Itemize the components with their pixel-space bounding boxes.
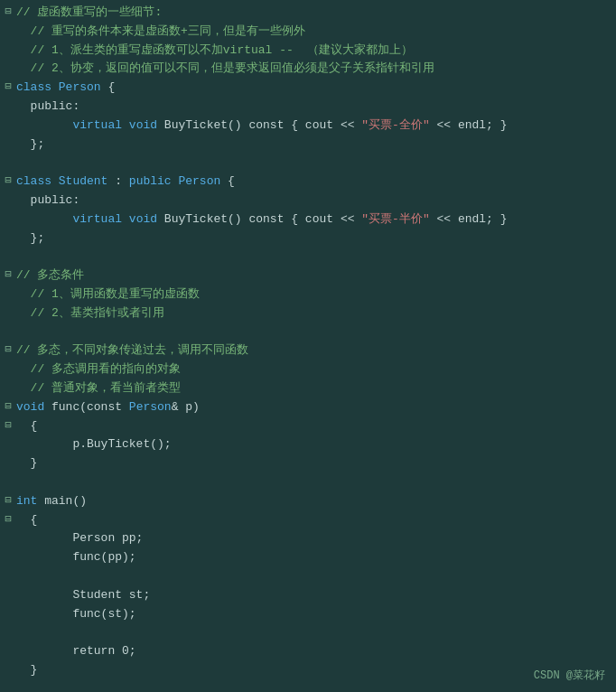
code-token: { bbox=[16, 513, 37, 527]
code-line: // 2、协变，返回的值可以不同，但是要求返回值必须是父子关系指针和引用 bbox=[0, 60, 616, 79]
code-line: // 重写的条件本来是虚函数+三同，但是有一些例外 bbox=[0, 23, 616, 42]
code-token: class bbox=[16, 80, 59, 94]
line-content: void func(const Person& p) bbox=[16, 398, 614, 417]
code-token: { bbox=[16, 419, 37, 433]
code-line: }; bbox=[0, 136, 616, 154]
code-token: func(st); bbox=[16, 607, 136, 621]
code-line: // 1、调用函数是重写的虚函数 bbox=[0, 285, 616, 304]
line-content: // 多态条件 bbox=[16, 267, 614, 285]
line-content: class Person { bbox=[16, 79, 614, 98]
code-token: void bbox=[16, 400, 51, 414]
code-token: main() bbox=[44, 494, 87, 508]
code-token: & p) bbox=[172, 400, 200, 414]
line-gutter: ⊟ bbox=[2, 267, 16, 284]
code-token: }; bbox=[16, 231, 44, 245]
code-line: ⊟// 虚函数重写的一些细节: bbox=[0, 4, 616, 23]
line-content: // 虚函数重写的一些细节: bbox=[16, 4, 614, 23]
line-content: // 1、调用函数是重写的虚函数 bbox=[16, 285, 614, 304]
code-line bbox=[0, 567, 616, 586]
line-gutter: ⊟ bbox=[2, 4, 16, 21]
code-line bbox=[0, 248, 616, 267]
line-content bbox=[16, 473, 614, 492]
line-gutter: ⊟ bbox=[2, 173, 16, 190]
line-content: int main() bbox=[16, 492, 614, 511]
code-line: // 普通对象，看当前者类型 bbox=[0, 379, 616, 398]
code-line bbox=[0, 623, 616, 642]
code-token: Student bbox=[59, 174, 115, 188]
code-token: { bbox=[107, 80, 115, 94]
code-line: ⊟// 多态条件 bbox=[0, 267, 616, 285]
line-content: // 重写的条件本来是虚函数+三同，但是有一些例外 bbox=[16, 23, 614, 42]
code-line: // 2、基类指针或者引用 bbox=[0, 304, 616, 323]
code-line: ⊟class Student : public Person { bbox=[0, 173, 616, 192]
code-token: BuyTicket() const { cout << bbox=[164, 118, 361, 132]
code-line bbox=[0, 154, 616, 173]
code-line: } bbox=[0, 454, 616, 473]
code-token: { bbox=[228, 174, 235, 188]
code-token: func(pp); bbox=[16, 550, 136, 564]
line-content: // 普通对象，看当前者类型 bbox=[16, 379, 614, 398]
code-token: // 普通对象，看当前者类型 bbox=[16, 381, 181, 395]
code-token: // 多态，不同对象传递过去，调用不同函数 bbox=[16, 343, 248, 357]
line-content: }; bbox=[16, 136, 614, 154]
line-content bbox=[16, 154, 614, 173]
code-token: << endl; } bbox=[430, 212, 508, 226]
code-line: ⊟ { bbox=[0, 417, 616, 436]
code-line: virtual void BuyTicket() const { cout <<… bbox=[0, 117, 616, 136]
code-line: // 1、派生类的重写虚函数可以不加virtual -- （建议大家都加上） bbox=[0, 42, 616, 61]
line-content: } bbox=[16, 661, 614, 680]
line-content: p.BuyTicket(); bbox=[16, 435, 614, 454]
code-token: // 重写的条件本来是虚函数+三同，但是有一些例外 bbox=[16, 24, 305, 38]
code-token: Person pp; bbox=[16, 531, 143, 545]
line-gutter: ⊟ bbox=[2, 341, 16, 359]
code-token: // 2、协变，返回的值可以不同，但是要求返回值必须是父子关系指针和引用 bbox=[16, 61, 434, 75]
line-content: // 2、协变，返回的值可以不同，但是要求返回值必须是父子关系指针和引用 bbox=[16, 60, 614, 79]
code-token: // 多态调用看的指向的对象 bbox=[16, 362, 181, 376]
line-content: func(st); bbox=[16, 605, 614, 624]
line-content: public: bbox=[16, 192, 614, 210]
code-line: ⊟class Person { bbox=[0, 79, 616, 98]
line-gutter: ⊟ bbox=[2, 417, 16, 435]
line-content: // 1、派生类的重写虚函数可以不加virtual -- （建议大家都加上） bbox=[16, 42, 614, 61]
code-token: public: bbox=[16, 99, 79, 113]
line-content: func(pp); bbox=[16, 548, 614, 567]
code-line: // 多态调用看的指向的对象 bbox=[0, 360, 616, 379]
code-token: class bbox=[16, 174, 59, 188]
code-editor: ⊟// 虚函数重写的一些细节: // 重写的条件本来是虚函数+三同，但是有一些例… bbox=[0, 0, 616, 692]
code-token: public bbox=[129, 174, 179, 188]
line-content bbox=[16, 623, 614, 642]
line-content: Student st; bbox=[16, 586, 614, 605]
code-line: Person pp; bbox=[0, 529, 616, 548]
code-line: func(pp); bbox=[0, 548, 616, 567]
code-line bbox=[0, 323, 616, 342]
line-content: class Student : public Person { bbox=[16, 173, 614, 192]
watermark: CSDN @菜花籽 bbox=[534, 668, 605, 685]
code-token: p.BuyTicket(); bbox=[16, 437, 172, 451]
line-content: } bbox=[16, 454, 614, 473]
line-gutter: ⊟ bbox=[2, 79, 16, 96]
code-line: ⊟void func(const Person& p) bbox=[0, 398, 616, 417]
code-line: func(st); bbox=[0, 605, 616, 624]
code-line: ⊟// 多态，不同对象传递过去，调用不同函数 bbox=[0, 341, 616, 360]
code-line: return 0; bbox=[0, 642, 616, 661]
code-line: Student st; bbox=[0, 586, 616, 605]
code-token: Person bbox=[59, 80, 108, 94]
code-token: : bbox=[115, 174, 129, 188]
code-line: p.BuyTicket(); bbox=[0, 435, 616, 454]
code-token: // 2、基类指针或者引用 bbox=[16, 306, 164, 320]
line-content bbox=[16, 567, 614, 586]
code-line bbox=[0, 473, 616, 492]
line-content: // 多态，不同对象传递过去，调用不同函数 bbox=[16, 341, 614, 360]
code-token: return 0; bbox=[16, 644, 136, 658]
code-token: BuyTicket() const { cout << bbox=[164, 212, 361, 226]
code-token: } bbox=[16, 663, 37, 677]
code-token: void bbox=[129, 118, 164, 132]
code-token: func(const bbox=[51, 400, 129, 414]
code-token: // 1、调用函数是重写的虚函数 bbox=[16, 287, 200, 301]
line-gutter: ⊟ bbox=[2, 511, 16, 528]
code-token: }; bbox=[16, 137, 44, 151]
code-line: public: bbox=[0, 98, 616, 117]
code-line: }; bbox=[0, 229, 616, 248]
code-line: } bbox=[0, 661, 616, 680]
line-content: { bbox=[16, 511, 614, 530]
